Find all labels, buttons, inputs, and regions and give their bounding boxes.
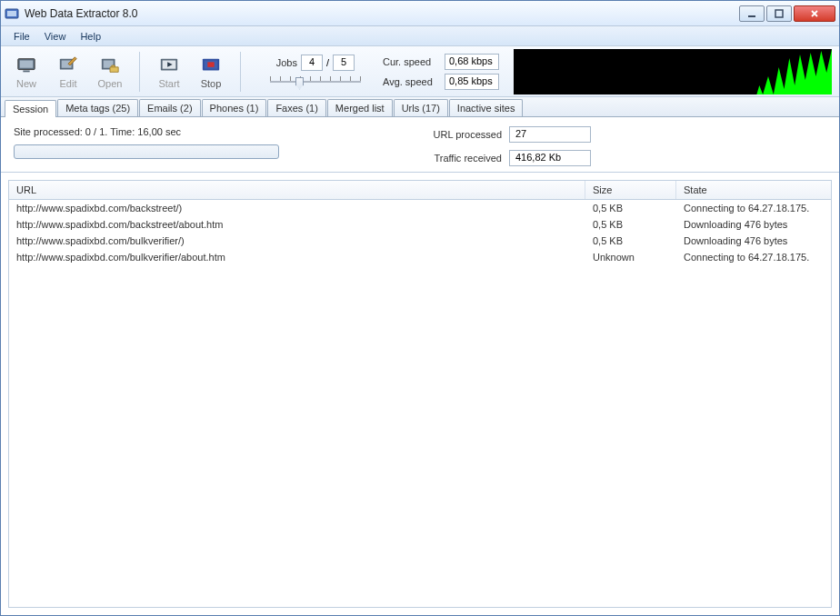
cell-size: 0,5 KB: [585, 202, 676, 214]
cell-state: Downloading 476 bytes: [676, 234, 831, 247]
url-processed-label: URL processed: [420, 129, 502, 140]
titlebar[interactable]: Web Data Extractor 8.0: [1, 1, 839, 26]
speed-panel: Cur. speed 0,68 kbps Avg. speed 0,85 kbp…: [383, 54, 499, 90]
toolbar-group-file: New Edit Open: [8, 53, 128, 91]
table-row[interactable]: http://www.spadixbd.com/bulkverifier/abo…: [9, 249, 831, 265]
traffic-label: Traffic received: [420, 153, 502, 164]
tab-urls[interactable]: Urls (17): [394, 99, 448, 116]
cell-state: Connecting to 64.27.18.175.: [676, 251, 831, 263]
close-button[interactable]: [794, 5, 835, 22]
avg-speed-value: 0,85 kbps: [445, 74, 499, 90]
jobs-slider[interactable]: [270, 75, 361, 89]
svg-rect-6: [23, 70, 29, 72]
window-controls: [739, 5, 835, 22]
edit-label: Edit: [60, 78, 77, 89]
start-button[interactable]: Start: [151, 53, 187, 91]
edit-button[interactable]: Edit: [50, 53, 86, 91]
tab-faxes[interactable]: Faxes (1): [267, 99, 325, 116]
cell-state: Downloading 476 bytes: [676, 218, 831, 231]
monitor-icon: [15, 55, 37, 76]
traffic-value: 416,82 Kb: [509, 150, 591, 166]
svg-rect-15: [207, 62, 214, 67]
session-info: Site processed: 0 / 1. Time: 16,00 sec U…: [1, 117, 839, 173]
traffic-graph: [514, 49, 832, 94]
cell-size: 0,5 KB: [585, 218, 676, 231]
toolbar-group-run: Start Stop: [151, 53, 229, 91]
jobs-panel: Jobs 4 / 5: [270, 55, 361, 89]
window-title: Web Data Extractor 8.0: [25, 7, 739, 20]
col-size[interactable]: Size: [585, 181, 676, 199]
edit-icon: [57, 55, 79, 76]
start-label: Start: [158, 78, 179, 89]
menubar: File View Help: [1, 26, 839, 46]
new-label: New: [16, 78, 36, 89]
jobs-current: 4: [301, 55, 323, 71]
tab-meta-tags[interactable]: Meta tags (25): [57, 99, 138, 116]
maximize-button[interactable]: [766, 5, 792, 22]
stop-label: Stop: [201, 78, 222, 89]
stop-button[interactable]: Stop: [193, 53, 229, 91]
slider-thumb-icon[interactable]: [295, 77, 304, 90]
menu-view[interactable]: View: [37, 28, 74, 45]
jobs-total: 5: [333, 55, 355, 71]
url-processed-value: 27: [509, 126, 591, 143]
app-window: Web Data Extractor 8.0 File View Help Ne…: [0, 0, 840, 616]
table-row[interactable]: http://www.spadixbd.com/backstreet/) 0,5…: [9, 200, 831, 216]
col-state[interactable]: State: [676, 181, 831, 199]
table-body[interactable]: http://www.spadixbd.com/backstreet/) 0,5…: [9, 200, 831, 607]
table-row[interactable]: http://www.spadixbd.com/backstreet/about…: [9, 216, 831, 233]
avg-speed-label: Avg. speed: [383, 76, 441, 87]
toolbar-separator: [240, 52, 241, 92]
table-row[interactable]: http://www.spadixbd.com/bulkverifier/) 0…: [9, 233, 831, 249]
cell-size: Unknown: [585, 251, 676, 263]
svg-marker-16: [756, 49, 832, 94]
toolbar: New Edit Open Start Stop: [1, 46, 839, 97]
site-processed-text: Site processed: 0 / 1. Time: 16,00 sec: [14, 126, 420, 137]
play-icon: [158, 55, 180, 76]
cell-url: http://www.spadixbd.com/bulkverifier/): [9, 234, 585, 247]
progress-bar: [14, 144, 279, 159]
open-label: Open: [98, 78, 123, 89]
jobs-label: Jobs: [270, 57, 297, 68]
open-icon: [99, 55, 121, 76]
minimize-button[interactable]: [739, 5, 765, 22]
toolbar-separator: [139, 52, 140, 92]
url-table: URL Size State http://www.spadixbd.com/b…: [8, 180, 832, 608]
app-icon: [5, 6, 19, 21]
table-header: URL Size State: [9, 181, 831, 200]
jobs-separator: /: [326, 57, 329, 68]
svg-rect-1: [7, 11, 16, 16]
cell-url: http://www.spadixbd.com/backstreet/): [9, 202, 585, 214]
open-button[interactable]: Open: [92, 53, 128, 91]
menu-file[interactable]: File: [6, 28, 37, 45]
svg-rect-5: [20, 60, 34, 67]
cell-state: Connecting to 64.27.18.175.: [676, 202, 831, 214]
new-button[interactable]: New: [8, 53, 45, 91]
col-url[interactable]: URL: [9, 181, 585, 199]
tab-phones[interactable]: Phones (1): [202, 99, 267, 116]
svg-rect-2: [748, 15, 755, 17]
svg-rect-3: [775, 10, 783, 17]
cell-url: http://www.spadixbd.com/bulkverifier/abo…: [9, 251, 585, 263]
tab-session[interactable]: Session: [5, 100, 56, 117]
menu-help[interactable]: Help: [73, 28, 108, 45]
tab-inactive[interactable]: Inactive sites: [449, 99, 524, 116]
cell-size: 0,5 KB: [585, 234, 676, 247]
tabs: Session Meta tags (25) Emails (2) Phones…: [1, 97, 839, 117]
cur-speed-label: Cur. speed: [383, 56, 441, 67]
cell-url: http://www.spadixbd.com/backstreet/about…: [9, 218, 585, 231]
stop-icon: [200, 55, 222, 76]
tab-merged[interactable]: Merged list: [327, 99, 393, 116]
cur-speed-value: 0,68 kbps: [445, 54, 499, 70]
tab-emails[interactable]: Emails (2): [139, 99, 201, 116]
